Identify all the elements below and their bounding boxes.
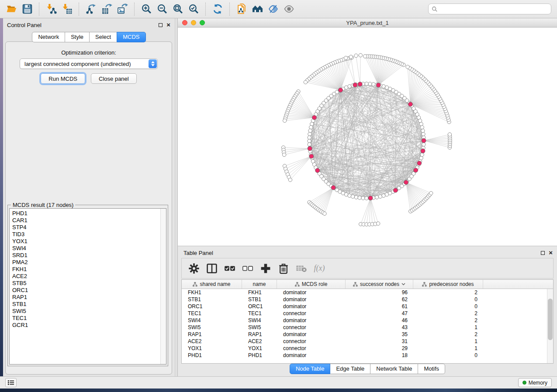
tab-edge-table[interactable]: Edge Table (330, 364, 370, 374)
table-row[interactable]: ACE2ACE2connector311 (182, 338, 547, 345)
tab-network-table[interactable]: Network Table (370, 364, 418, 374)
mcds-result-item[interactable]: SRD1 (10, 252, 166, 259)
mcds-result-item[interactable]: RAP1 (10, 294, 166, 301)
export-image-icon (117, 3, 128, 14)
import-network-icon (46, 3, 57, 14)
result-list-scrollbar[interactable] (160, 209, 166, 364)
hide-preview-button[interactable] (281, 2, 297, 17)
float-table-panel-icon[interactable] (541, 251, 545, 255)
run-mcds-button[interactable]: Run MCDS (41, 73, 85, 84)
table-row[interactable]: PHD1PHD1dominator180 (182, 352, 547, 359)
delete-table-button[interactable] (296, 262, 307, 275)
list-icon (7, 380, 14, 385)
column-header-MCDS-role[interactable]: MCDS role (277, 280, 346, 289)
table-row[interactable]: FKH1FKH1dominator962 (182, 289, 547, 296)
search-field[interactable] (428, 3, 551, 14)
cell-name: STB1 (242, 296, 277, 303)
column-layout-button[interactable] (206, 262, 218, 275)
refresh-button[interactable] (210, 2, 225, 17)
zoom-fit-button[interactable] (170, 2, 186, 17)
zoom-out-button[interactable] (154, 2, 170, 17)
mcds-result-item[interactable]: SWI4 (10, 245, 166, 252)
mcds-result-item[interactable]: ACE2 (10, 273, 166, 280)
table-scrollbar-thumb[interactable] (548, 299, 553, 340)
export-image-button[interactable] (114, 2, 130, 17)
zoom-out-icon (157, 3, 168, 14)
open-folder-button[interactable] (3, 2, 19, 17)
add-column-button[interactable] (260, 262, 271, 275)
network-overview-button[interactable] (249, 2, 265, 17)
close-panel-button[interactable]: Close panel (91, 73, 137, 84)
tab-style[interactable]: Style (65, 32, 90, 42)
cell-predecessor-nodes: 1 (413, 338, 483, 345)
table-row[interactable]: SWI5SWI5connector431 (182, 324, 547, 331)
tab-mcds[interactable]: MCDS (117, 32, 145, 42)
settings-gear-button[interactable] (188, 262, 200, 275)
import-table-button[interactable] (59, 2, 75, 17)
zoom-fit-icon (173, 3, 183, 14)
network-canvas[interactable] (178, 28, 557, 246)
deselect-all-icon (242, 265, 253, 272)
export-network-button[interactable] (83, 2, 99, 17)
mcds-result-item[interactable]: SWI5 (10, 308, 166, 315)
save-icon (22, 3, 33, 14)
close-table-panel-icon[interactable]: × (549, 251, 553, 255)
table-row[interactable]: STB1STB1dominator620 (182, 296, 547, 303)
dropdown-stepper-icon (149, 59, 157, 68)
table-row[interactable]: SWI4SWI4dominator462 (182, 317, 547, 324)
mcds-result-item[interactable]: CAR1 (10, 217, 166, 224)
mcds-result-item[interactable]: GCR1 (10, 322, 166, 329)
float-panel-icon[interactable] (159, 23, 163, 27)
task-history-button[interactable] (5, 378, 17, 387)
mcds-result-item[interactable]: STB5 (10, 280, 166, 287)
search-input[interactable] (440, 6, 548, 12)
column-header-name[interactable]: name (242, 280, 277, 289)
cell-MCDS-role: connector (277, 338, 346, 345)
tab-motifs[interactable]: Motifs (418, 364, 445, 374)
import-network-button[interactable] (43, 2, 59, 17)
cell-name: ACE2 (242, 338, 277, 345)
desktop-wallpaper-bottom (0, 389, 557, 392)
table-header-row: shared namenameMCDS rolesuccessor nodesp… (182, 280, 553, 289)
column-header-predecessor-nodes[interactable]: predecessor nodes (413, 280, 483, 289)
criterion-select[interactable]: largest connected component (undirected) (20, 58, 158, 69)
mcds-result-item[interactable]: PHD1 (10, 210, 166, 217)
delete-column-button[interactable] (278, 262, 289, 275)
close-panel-icon[interactable]: × (166, 23, 170, 27)
hide-preview-icon (284, 3, 294, 14)
table-scrollbar[interactable] (547, 289, 553, 363)
vertical-splitter[interactable] (175, 18, 178, 376)
export-network-icon (86, 3, 97, 14)
mcds-result-item[interactable]: ORC1 (10, 287, 166, 294)
deselect-all-button[interactable] (242, 262, 253, 275)
mcds-result-item[interactable]: TEC1 (10, 315, 166, 322)
zoom-selected-button[interactable] (186, 2, 201, 17)
column-header-shared-name[interactable]: shared name (182, 280, 242, 289)
zoom-in-button[interactable] (138, 2, 154, 17)
table-row[interactable]: RAP1RAP1dominator352 (182, 331, 547, 338)
table-row[interactable]: YOX1YOX1connector291 (182, 345, 547, 352)
column-layout-icon (206, 263, 218, 274)
style-preview-button[interactable] (265, 2, 281, 17)
tab-select[interactable]: Select (89, 32, 117, 42)
cell-shared-name: YOX1 (182, 345, 242, 352)
cell-MCDS-role: connector (277, 345, 346, 352)
tab-network[interactable]: Network (32, 32, 65, 42)
memory-button[interactable]: Memory (518, 378, 552, 387)
mcds-result-item[interactable]: STB1 (10, 301, 166, 308)
save-button[interactable] (19, 2, 35, 17)
function-builder-button[interactable]: f(x) (314, 262, 325, 275)
tab-node-table[interactable]: Node Table (290, 364, 331, 374)
mcds-result-group: MCDS result (17 nodes) PHD1CAR1STP4TID3Y… (7, 205, 168, 366)
table-row[interactable]: ORC1ORC1dominator610 (182, 303, 547, 310)
mcds-result-item[interactable]: YOX1 (10, 238, 166, 245)
mcds-result-item[interactable]: STP4 (10, 224, 166, 231)
mcds-result-item[interactable]: FKH1 (10, 266, 166, 273)
select-all-button[interactable] (224, 262, 235, 275)
column-header-successor-nodes[interactable]: successor nodes (346, 280, 413, 289)
table-row[interactable]: TEC1TEC1connector472 (182, 310, 547, 317)
export-table-button[interactable] (99, 2, 114, 17)
mcds-result-item[interactable]: PMA2 (10, 259, 166, 266)
mcds-result-item[interactable]: TID3 (10, 231, 166, 238)
share-document-button[interactable] (234, 2, 249, 17)
